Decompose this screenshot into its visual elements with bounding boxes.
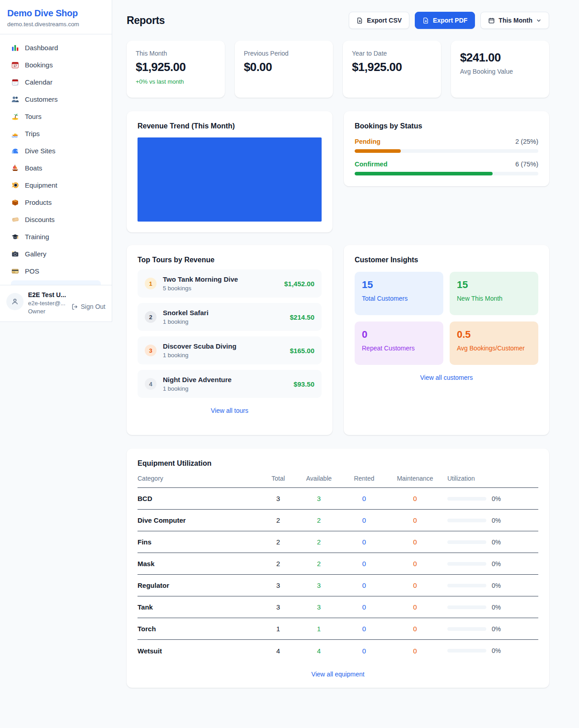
export-csv-button[interactable]: Export CSV — [349, 12, 409, 29]
cell-total: 2 — [262, 538, 294, 546]
status-bar-fill — [355, 172, 493, 175]
tour-info: Snorkel Safari 1 booking — [163, 309, 209, 325]
period-label: This Month — [498, 17, 532, 24]
user-role: Owner — [28, 308, 66, 315]
cell-total: 2 — [262, 516, 294, 524]
file-download-icon — [356, 17, 363, 24]
cell-utilization: 0% — [446, 560, 538, 567]
sidebar-item-label: Gallery — [25, 250, 47, 258]
cell-maintenance: 0 — [384, 603, 446, 611]
customer-insights-card: Customer Insights 15 Total Customers 15 … — [344, 245, 549, 435]
tile-label: Total Customers — [362, 295, 436, 302]
cell-available: 4 — [294, 647, 344, 655]
top-tours-title: Top Tours by Revenue — [138, 256, 322, 264]
cell-total: 3 — [262, 495, 294, 502]
view-all-customers-link[interactable]: View all customers — [355, 374, 538, 381]
sign-out-button[interactable]: Sign Out — [71, 291, 105, 315]
sidebar-item-products[interactable]: Products — [5, 194, 106, 211]
insights-row: Top Tours by Revenue 1 Two Tank Morning … — [127, 245, 549, 435]
status-row-confirmed: Confirmed 6 (75%) — [355, 161, 538, 175]
sidebar-item-tours[interactable]: Tours — [5, 108, 106, 125]
export-pdf-button[interactable]: Export PDF — [415, 12, 475, 29]
tour-name: Two Tank Morning Dive — [163, 275, 238, 283]
charts-row: Revenue Trend (This Month) Bookings by S… — [127, 111, 549, 232]
sidebar-item-dashboard[interactable]: Dashboard — [5, 39, 106, 56]
col-header-rented: Rented — [344, 475, 384, 482]
sidebar-item-trips[interactable]: Trips — [5, 125, 106, 142]
stat-card-avg-booking-value: $241.00 Avg Booking Value — [451, 41, 549, 98]
cell-available: 2 — [294, 560, 344, 567]
utilization-percent: 0% — [492, 625, 501, 633]
sign-out-icon — [71, 303, 78, 310]
cell-total: 3 — [262, 581, 294, 589]
diving-mask-icon — [11, 181, 19, 189]
rank-badge: 4 — [145, 378, 157, 390]
rank-badge: 1 — [145, 278, 157, 289]
sidebar-item-bookings[interactable]: 17 Bookings — [5, 56, 106, 73]
cell-maintenance: 0 — [384, 647, 446, 655]
sidebar-item-equipment[interactable]: Equipment — [5, 176, 106, 194]
cell-total: 4 — [262, 647, 294, 655]
utilization-bar — [447, 497, 486, 501]
sidebar-item-dive-sites[interactable]: Dive Sites — [5, 142, 106, 159]
sidebar-item-discounts[interactable]: Discounts — [5, 211, 106, 228]
sidebar-item-pos[interactable]: POS — [5, 262, 106, 279]
bookings-by-status-title: Bookings by Status — [355, 122, 538, 130]
sidebar-item-label: Calendar — [25, 78, 52, 86]
calendar-icon — [488, 17, 495, 24]
sidebar-item-customers[interactable]: Customers — [5, 90, 106, 108]
bar-chart-icon — [11, 43, 19, 52]
period-dropdown[interactable]: This Month — [480, 12, 549, 29]
utilization-percent: 0% — [492, 582, 501, 589]
wave-icon — [11, 147, 19, 155]
cell-utilization: 0% — [446, 539, 538, 546]
speedboat-icon — [11, 129, 19, 137]
sidebar-item-boats[interactable]: Boats — [5, 159, 106, 176]
tile-value: 15 — [457, 279, 531, 291]
stat-value: $1,925.00 — [352, 60, 432, 74]
utilization-percent: 0% — [492, 560, 501, 567]
cell-maintenance: 0 — [384, 516, 446, 524]
sidebar-nav: Dashboard 17 Bookings Calendar Customers… — [0, 34, 112, 285]
sidebar-item-label: Trips — [25, 130, 40, 137]
tour-row: 2 Snorkel Safari 1 booking $214.50 — [138, 303, 322, 331]
utilization-percent: 0% — [492, 604, 501, 611]
export-pdf-label: Export PDF — [433, 17, 467, 24]
sidebar-item-training[interactable]: Training — [5, 228, 106, 245]
sidebar-item-gallery[interactable]: Gallery — [5, 245, 106, 262]
view-all-tours-link[interactable]: View all tours — [138, 407, 322, 414]
tag-icon — [11, 215, 19, 223]
utilization-percent: 0% — [492, 495, 501, 502]
stat-value: $0.00 — [244, 60, 324, 74]
tile-repeat-customers: 0 Repeat Customers — [355, 321, 443, 365]
calendar-date-icon: 17 — [11, 61, 19, 69]
cell-available: 2 — [294, 538, 344, 546]
main-content: Reports Export CSV Export PDF This Month… — [112, 0, 579, 706]
shop-name: Demo Dive Shop — [7, 8, 104, 19]
revenue-trend-title: Revenue Trend (This Month) — [138, 122, 322, 130]
sidebar-item-calendar[interactable]: Calendar — [5, 73, 106, 90]
col-header-total: Total — [262, 475, 294, 482]
sidebar-item-label: POS — [25, 267, 39, 275]
col-header-available: Available — [294, 475, 344, 482]
stat-value: $1,925.00 — [136, 60, 216, 74]
view-all-equipment-link[interactable]: View all equipment — [138, 671, 538, 678]
sailboat-icon — [11, 164, 19, 172]
sidebar: Demo Dive Shop demo.test.divestreams.com… — [0, 0, 112, 322]
tour-amount: $1,452.00 — [284, 280, 314, 288]
people-icon — [11, 95, 19, 103]
avatar — [6, 293, 24, 310]
tile-value: 0.5 — [457, 329, 531, 340]
cell-category: Wetsuit — [138, 647, 262, 655]
tour-bookings: 1 booking — [163, 385, 232, 392]
tile-avg-bookings-customer: 0.5 Avg Bookings/Customer — [450, 321, 538, 365]
stat-delta: +0% vs last month — [136, 78, 216, 85]
utilization-bar — [447, 540, 486, 544]
cell-maintenance: 0 — [384, 581, 446, 589]
tour-name: Discover Scuba Diving — [163, 342, 237, 350]
cell-available: 1 — [294, 625, 344, 633]
sidebar-item-label: Products — [25, 199, 52, 206]
cell-category: Mask — [138, 560, 262, 567]
file-download-icon — [422, 17, 429, 24]
sidebar-item-reports-active-partial[interactable] — [11, 280, 101, 285]
